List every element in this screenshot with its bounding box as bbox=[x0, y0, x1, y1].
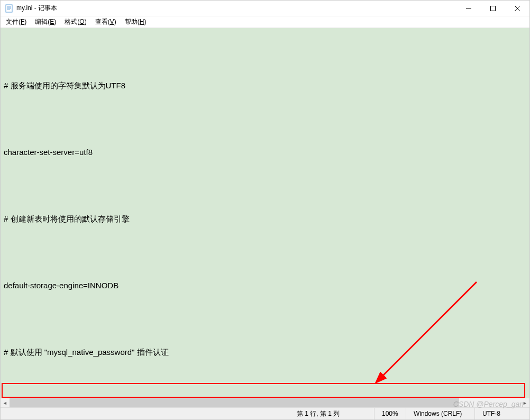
scroll-track[interactable] bbox=[10, 398, 520, 407]
text-editor[interactable]: # 服务端使用的字符集默认为UTF8 character-set-server=… bbox=[1, 28, 529, 398]
window-title: my.ini - 记事本 bbox=[16, 4, 456, 13]
scroll-right-button[interactable]: ► bbox=[520, 398, 529, 407]
close-icon bbox=[515, 6, 520, 11]
status-line-ending: Windows (CRLF) bbox=[406, 408, 474, 419]
horizontal-scrollbar[interactable]: ◄ ► bbox=[1, 398, 529, 407]
status-zoom: 100% bbox=[374, 408, 406, 419]
window-controls bbox=[456, 1, 529, 16]
content-area: # 服务端使用的字符集默认为UTF8 character-set-server=… bbox=[1, 28, 529, 407]
status-encoding: UTF-8 bbox=[474, 408, 527, 419]
editor-line: # 创建新表时将使用的默认存储引擎 bbox=[4, 208, 526, 230]
close-button[interactable] bbox=[505, 1, 529, 16]
maximize-icon bbox=[490, 6, 496, 11]
scroll-thumb[interactable] bbox=[10, 398, 459, 407]
maximize-button[interactable] bbox=[481, 1, 505, 16]
status-position: 第 1 行, 第 1 列 bbox=[289, 408, 374, 419]
menu-view[interactable]: 查看(V) bbox=[91, 16, 121, 28]
menu-format[interactable]: 格式(O) bbox=[60, 16, 90, 28]
editor-line: character-set-server=utf8 bbox=[4, 141, 526, 163]
minimize-button[interactable] bbox=[456, 1, 481, 16]
minimize-icon bbox=[466, 6, 471, 11]
menu-help[interactable]: 帮助(H) bbox=[121, 16, 151, 28]
statusbar: 第 1 行, 第 1 列 100% Windows (CRLF) UTF-8 bbox=[1, 407, 529, 419]
editor-line: # 默认使用 "mysql_native_password" 插件认证 bbox=[4, 341, 526, 363]
scroll-left-button[interactable]: ◄ bbox=[1, 398, 10, 407]
editor-line: # 服务端使用的字符集默认为UTF8 bbox=[4, 75, 526, 97]
notepad-window: my.ini - 记事本 文件(F) 编辑(E) 格式(O) 查看(V) 帮助(… bbox=[0, 0, 530, 420]
editor-line: default-storage-engine=INNODB bbox=[4, 275, 526, 297]
svg-rect-6 bbox=[491, 6, 496, 11]
menu-file[interactable]: 文件(F) bbox=[2, 16, 31, 28]
notepad-icon bbox=[5, 4, 13, 13]
titlebar: my.ini - 记事本 bbox=[1, 1, 529, 16]
menubar: 文件(F) 编辑(E) 格式(O) 查看(V) 帮助(H) bbox=[1, 16, 529, 28]
menu-edit[interactable]: 编辑(E) bbox=[31, 16, 60, 28]
